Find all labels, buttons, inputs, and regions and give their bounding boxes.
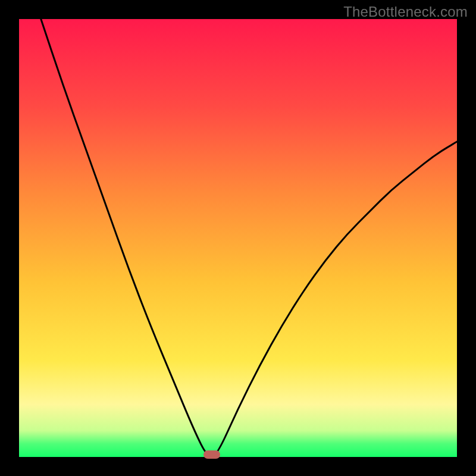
bottleneck-curve	[41, 19, 457, 457]
curve-layer	[19, 19, 457, 457]
watermark-text: TheBottleneck.com	[343, 4, 468, 20]
chart-container: TheBottleneck.com	[0, 0, 476, 476]
plot-area	[19, 19, 457, 457]
optimal-marker	[203, 450, 220, 459]
